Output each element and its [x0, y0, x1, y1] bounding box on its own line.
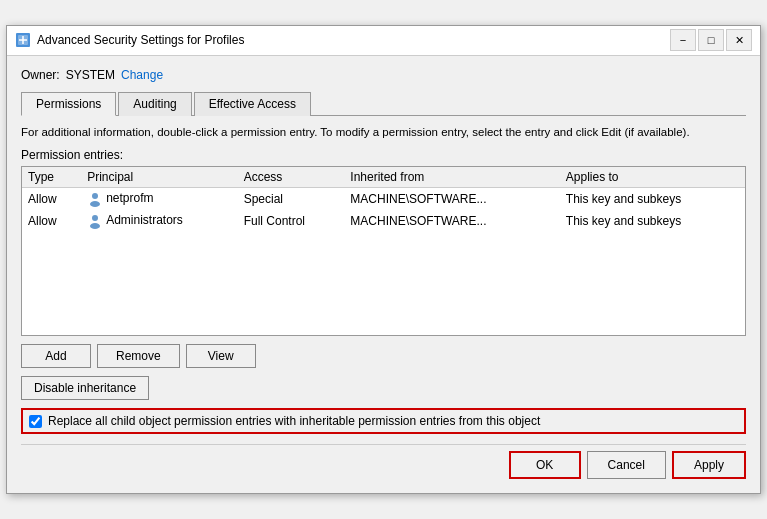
- bottom-buttons: Add Remove View: [21, 344, 746, 368]
- permission-table-container: Type Principal Access Inherited from App…: [21, 166, 746, 336]
- cell-access-0: Special: [238, 188, 345, 211]
- cell-applies-0: This key and subkeys: [560, 188, 745, 211]
- cell-principal-0: netprofm: [81, 188, 238, 211]
- cell-inherited-1: MACHINE\SOFTWARE...: [344, 210, 559, 232]
- maximize-button[interactable]: □: [698, 29, 724, 51]
- user-icon: [87, 213, 106, 227]
- ok-button[interactable]: OK: [509, 451, 581, 479]
- tab-effective-access[interactable]: Effective Access: [194, 92, 311, 116]
- main-window: Advanced Security Settings for Profiles …: [6, 25, 761, 494]
- cancel-button[interactable]: Cancel: [587, 451, 666, 479]
- owner-label: Owner:: [21, 68, 60, 82]
- cell-type-0: Allow: [22, 188, 81, 211]
- title-bar-left: Advanced Security Settings for Profiles: [15, 32, 244, 48]
- table-row[interactable]: AllowAdministratorsFull ControlMACHINE\S…: [22, 210, 745, 232]
- cell-inherited-0: MACHINE\SOFTWARE...: [344, 188, 559, 211]
- change-owner-link[interactable]: Change: [121, 68, 163, 82]
- dialog-content: Owner: SYSTEM Change Permissions Auditin…: [7, 56, 760, 493]
- cell-principal-1: Administrators: [81, 210, 238, 232]
- info-text: For additional information, double-click…: [21, 124, 746, 140]
- tab-permissions[interactable]: Permissions: [21, 92, 116, 116]
- title-bar-controls: − □ ✕: [670, 29, 752, 51]
- tab-bar: Permissions Auditing Effective Access: [21, 92, 746, 116]
- disable-inheritance-row: Disable inheritance: [21, 376, 746, 408]
- col-type: Type: [22, 167, 81, 188]
- replace-checkbox-row: Replace all child object permission entr…: [21, 408, 746, 434]
- dialog-footer: OK Cancel Apply: [21, 444, 746, 483]
- table-header-row: Type Principal Access Inherited from App…: [22, 167, 745, 188]
- add-button[interactable]: Add: [21, 344, 91, 368]
- window-icon: [15, 32, 31, 48]
- svg-point-3: [90, 201, 100, 207]
- permission-table: Type Principal Access Inherited from App…: [22, 167, 745, 232]
- svg-point-2: [92, 193, 98, 199]
- disable-inheritance-button[interactable]: Disable inheritance: [21, 376, 149, 400]
- apply-button[interactable]: Apply: [672, 451, 746, 479]
- table-row[interactable]: AllownetprofmSpecialMACHINE\SOFTWARE...T…: [22, 188, 745, 211]
- owner-value: SYSTEM: [66, 68, 115, 82]
- minimize-button[interactable]: −: [670, 29, 696, 51]
- close-button[interactable]: ✕: [726, 29, 752, 51]
- owner-row: Owner: SYSTEM Change: [21, 68, 746, 82]
- remove-button[interactable]: Remove: [97, 344, 180, 368]
- col-applies-to: Applies to: [560, 167, 745, 188]
- cell-applies-1: This key and subkeys: [560, 210, 745, 232]
- replace-checkbox[interactable]: [29, 415, 42, 428]
- col-principal: Principal: [81, 167, 238, 188]
- cell-access-1: Full Control: [238, 210, 345, 232]
- window-title: Advanced Security Settings for Profiles: [37, 33, 244, 47]
- svg-point-5: [90, 223, 100, 229]
- cell-type-1: Allow: [22, 210, 81, 232]
- svg-point-4: [92, 215, 98, 221]
- section-label: Permission entries:: [21, 148, 746, 162]
- replace-checkbox-label: Replace all child object permission entr…: [48, 414, 540, 428]
- view-button[interactable]: View: [186, 344, 256, 368]
- col-inherited-from: Inherited from: [344, 167, 559, 188]
- user-icon: [87, 191, 106, 205]
- col-access: Access: [238, 167, 345, 188]
- title-bar: Advanced Security Settings for Profiles …: [7, 26, 760, 56]
- tab-auditing[interactable]: Auditing: [118, 92, 191, 116]
